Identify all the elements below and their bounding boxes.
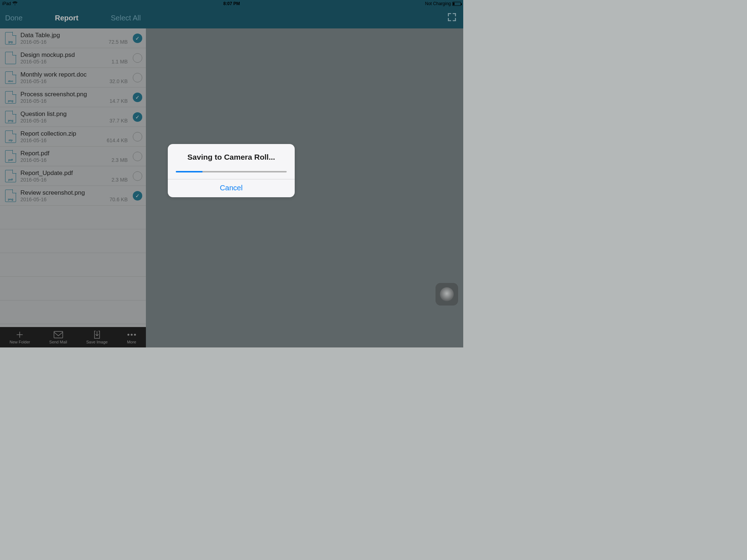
checkbox-circle[interactable] [133,171,142,181]
file-size: 614.4 KB [107,137,128,143]
file-row[interactable]: pdfReport.pdf2016-05-162.3 MB [0,147,146,166]
svg-point-2 [131,334,132,335]
save-icon [93,330,101,339]
file-type-icon: png [5,91,16,104]
file-name: Report collection.zip [20,130,130,137]
file-date: 2016-05-16 [20,59,47,65]
file-row[interactable]: pngProcess screenshot.png2016-05-1614.7 … [0,88,146,107]
tool-label: More [127,340,136,344]
new-folder-button[interactable]: New Folder [9,330,30,344]
dialog-title: Saving to Camera Roll... [176,153,287,162]
file-name: Report_Update.pdf [20,170,130,177]
file-size: 70.6 KB [109,197,128,202]
file-row[interactable]: zipReport collection.zip2016-05-16614.4 … [0,127,146,147]
file-date: 2016-05-16 [20,157,47,163]
plus-icon [16,330,24,339]
file-type-icon: pdf [5,150,16,163]
file-date: 2016-05-16 [20,39,47,45]
battery-icon [452,2,461,6]
select-all-button[interactable]: Select All [111,14,141,22]
empty-row [0,300,146,324]
file-type-icon: pdf [5,170,16,182]
file-row[interactable]: Design mockup.psd2016-05-161.1 MB [0,48,146,68]
file-type-icon: jpg [5,32,16,44]
cancel-button[interactable]: Cancel [168,179,295,197]
file-type-icon: png [5,111,16,123]
status-bar: iPad 8:07 PM Not Charging [0,0,463,7]
empty-row [0,229,146,253]
file-size: 14.7 KB [109,98,128,104]
file-date: 2016-05-16 [20,177,47,183]
file-name: Design mockup.psd [20,51,130,59]
file-date: 2016-05-16 [20,98,47,104]
file-row[interactable]: pngQuestion list.png2016-05-1637.7 KB✓ [0,107,146,127]
checkbox-circle[interactable] [133,132,142,141]
assistive-touch-icon [440,287,454,301]
done-button[interactable]: Done [5,14,23,22]
file-type-icon: png [5,190,16,202]
file-date: 2016-05-16 [20,78,47,84]
file-size: 72.5 MB [109,39,128,45]
charging-status: Not Charging [425,1,451,6]
device-name: iPad [2,1,11,6]
nav-bar: Done Report Select All [0,7,463,28]
svg-rect-0 [54,331,63,338]
send-mail-button[interactable]: Send Mail [49,330,67,344]
tool-label: New Folder [9,340,30,344]
checkbox-circle[interactable] [133,53,142,63]
assistive-touch-button[interactable] [436,283,458,306]
save-image-button[interactable]: Save Image [86,330,108,344]
empty-row [0,277,146,300]
wifi-icon [12,1,18,6]
file-type-icon [5,52,16,64]
checkbox-circle[interactable] [133,73,142,82]
file-size: 1.1 MB [112,59,128,65]
status-time: 8:07 PM [0,1,463,6]
checkmark-icon[interactable]: ✓ [133,112,142,122]
file-row[interactable]: docMonthly work report.doc2016-05-1632.0… [0,68,146,88]
file-size: 37.7 KB [109,118,128,124]
file-date: 2016-05-16 [20,137,47,143]
file-name: Data Table.jpg [20,32,130,39]
checkmark-icon[interactable]: ✓ [133,93,142,102]
file-name: Report.pdf [20,150,130,157]
svg-point-3 [134,334,136,335]
tool-label: Save Image [86,340,108,344]
file-name: Review screenshot.png [20,189,130,197]
file-date: 2016-05-16 [20,197,47,202]
svg-point-1 [127,334,129,335]
file-date: 2016-05-16 [20,118,47,124]
file-row[interactable]: pdfReport_Update.pdf2016-05-162.3 MB [0,166,146,186]
progress-bar [176,171,287,172]
file-row[interactable]: jpgData Table.jpg2016-05-1672.5 MB✓ [0,28,146,48]
bottom-toolbar: New Folder Send Mail Save Image More [0,327,146,347]
checkbox-circle[interactable] [133,152,142,161]
file-size: 2.3 MB [112,177,128,183]
file-name: Monthly work report.doc [20,71,130,78]
more-icon [127,330,136,339]
checkmark-icon[interactable]: ✓ [133,191,142,201]
file-type-icon: zip [5,131,16,143]
file-name: Process screenshot.png [20,91,130,98]
empty-row [0,206,146,229]
envelope-icon [54,330,63,339]
fullscreen-icon[interactable] [447,12,457,23]
tool-label: Send Mail [49,340,67,344]
empty-row [0,253,146,277]
checkmark-icon[interactable]: ✓ [133,34,142,43]
file-type-icon: doc [5,71,16,84]
file-row[interactable]: pngReview screenshot.png2016-05-1670.6 K… [0,186,146,206]
more-button[interactable]: More [127,330,136,344]
file-size: 32.0 KB [109,78,128,84]
save-progress-dialog: Saving to Camera Roll... Cancel [168,144,295,197]
file-list-sidebar: jpgData Table.jpg2016-05-1672.5 MB✓Desig… [0,28,146,327]
file-name: Question list.png [20,110,130,118]
page-title: Report [55,14,78,22]
file-size: 2.3 MB [112,157,128,163]
